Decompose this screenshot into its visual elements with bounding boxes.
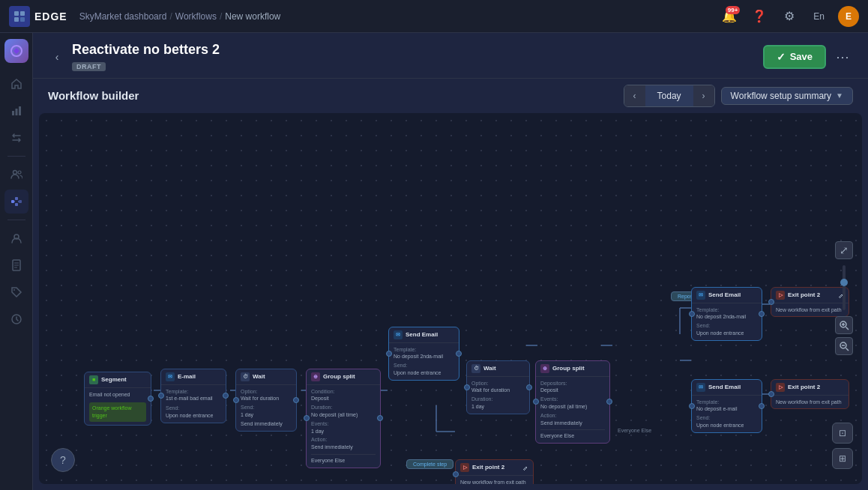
sidebar-item-analytics[interactable] <box>4 99 28 123</box>
sendemail4-right-connector <box>759 403 765 409</box>
language-selector[interactable]: En <box>809 10 829 23</box>
breadcrumb-item-1[interactable]: SkyMarket dashboard <box>79 11 167 22</box>
notifications-button[interactable]: 🔔 99+ <box>719 6 740 27</box>
svg-point-9 <box>18 171 21 174</box>
email1-node-title: E-mail <box>178 373 196 380</box>
sidebar-item-home[interactable] <box>4 72 28 96</box>
back-button[interactable]: ‹ <box>48 48 66 66</box>
groupsplit2-node[interactable]: ⊕ Group split Depositors: Deposit Events… <box>535 360 610 444</box>
more-options-button[interactable]: ⋯ <box>832 46 853 67</box>
svg-rect-7 <box>19 106 21 115</box>
groupsplit2-node-title: Group split <box>552 365 585 372</box>
groupsplit1-val-label: Duration: <box>311 404 376 411</box>
segment-trigger-label: Orange workflow trigger <box>89 402 146 422</box>
email1-left-connector <box>158 393 164 399</box>
exitpoint3-node[interactable]: ▷ Exit point 2 New workflow from exit pa… <box>455 459 534 484</box>
segment-node[interactable]: ■ Segment Email not opened Orange workfl… <box>84 372 151 426</box>
fit-view-button[interactable]: ⊡ <box>832 423 853 444</box>
page-header: ‹ Reactivate no betters 2 DRAFT ✓ Save ⋯ <box>33 33 868 79</box>
wait2-option-value: Wait for duration <box>471 387 525 394</box>
exitpoint2-node[interactable]: ▷ Exit point 2 New workflow from exit pa… <box>771 379 849 410</box>
workflow-canvas[interactable]: ■ Segment Email not opened Orange workfl… <box>39 113 862 484</box>
sendemail3-left-connector <box>689 311 695 317</box>
exitpoint3-text: New workflow from exit path <box>460 479 528 484</box>
sidebar-item-docs[interactable] <box>4 253 28 277</box>
save-button[interactable]: ✓ Save <box>763 45 826 69</box>
date-next-button[interactable]: › <box>693 85 714 106</box>
top-navigation: EDGE SkyMarket dashboard / Workflows / N… <box>0 0 868 33</box>
zoom-out-button[interactable] <box>835 337 853 355</box>
zoom-out-icon <box>839 341 849 351</box>
date-prev-button[interactable]: ‹ <box>624 85 645 106</box>
exitpoint3-left-connector <box>453 471 459 477</box>
wait1-send-value: Send immediately <box>241 420 292 428</box>
sendemail4-send-value: Upon node entrance <box>696 422 757 429</box>
email1-template-label: Template: <box>166 388 221 396</box>
breadcrumb-current: New workflow <box>225 11 280 22</box>
sidebar-item-workflow[interactable] <box>4 190 28 214</box>
page-title: Reactivate no betters 2 <box>72 42 763 58</box>
groupsplit1-cond-value: Deposit <box>311 395 376 402</box>
svg-line-48 <box>846 348 849 351</box>
groupsplit1-node[interactable]: ⊕ Group split Condition: Deposit Duratio… <box>306 369 381 468</box>
sidebar-item-team[interactable] <box>4 226 28 250</box>
sendemail3-send-value: Upon node entrance <box>696 330 757 337</box>
wait1-node[interactable]: ⏱ Wait Option: Wait for duration Send: 1… <box>235 369 297 432</box>
sidebar-item-users[interactable] <box>4 163 28 187</box>
email1-node[interactable]: ✉ E-mail Template: 1st e-mail bad email … <box>160 369 226 423</box>
svg-point-8 <box>13 171 16 175</box>
groupsplit1-dur-label: Events: <box>311 420 376 428</box>
minimap-button[interactable]: ⊞ <box>832 448 853 469</box>
groupsplit1-else-value: Everyone Else <box>311 454 376 465</box>
breadcrumb-sep-2: / <box>220 11 222 22</box>
wait1-duration-label: Send: <box>241 404 292 411</box>
help-button[interactable]: ❓ <box>749 6 770 27</box>
workflow-summary-button[interactable]: Workflow setup summary ▼ <box>721 87 853 105</box>
sendemail4-node-title: Send Email <box>708 384 741 390</box>
sidebar-item-history[interactable] <box>4 307 28 331</box>
svg-rect-2 <box>14 17 19 22</box>
sendemail4-tmpl-value: No deposit e-mail <box>696 405 757 413</box>
logo-text: EDGE <box>34 10 67 22</box>
zoom-slider[interactable] <box>835 265 853 310</box>
sendemail3-tmpl-value: No deposit 2nda-mail <box>696 313 757 321</box>
user-avatar[interactable]: E <box>838 6 859 27</box>
notification-badge: 99+ <box>726 6 741 14</box>
save-label: Save <box>790 51 813 62</box>
date-navigator: ‹ Today › <box>624 85 715 107</box>
sendemail4-tmpl-label: Template: <box>696 399 757 406</box>
everyone-else-label: Everyone Else <box>618 428 651 433</box>
svg-rect-13 <box>19 200 22 203</box>
helper-button[interactable]: ? <box>51 448 75 472</box>
zoom-in-button[interactable] <box>835 316 853 334</box>
date-label: Today <box>645 85 693 106</box>
sendemail3-tmpl-label: Template: <box>696 306 757 314</box>
sendemail4-node[interactable]: ✉ Send Email Template: No deposit e-mail… <box>691 379 762 433</box>
zoom-controls: ⤢ <box>835 241 853 355</box>
complete-step-badge: Complete step <box>406 459 453 469</box>
sendemail2-send-value: Upon node entrance <box>394 369 454 377</box>
sidebar-item-arrows[interactable] <box>4 126 28 150</box>
breadcrumb-item-2[interactable]: Workflows <box>175 11 217 22</box>
sendemail3-node[interactable]: ✉ Send Email Template: No deposit 2nda-m… <box>691 287 762 341</box>
sendemail4-node-icon: ✉ <box>696 383 705 392</box>
sendemail2-node[interactable]: ✉ Send Email Template: No deposit 2nda-m… <box>388 327 459 381</box>
sendemail3-node-title: Send Email <box>708 291 741 298</box>
wait1-right-connector <box>293 397 299 403</box>
groupsplit2-else-value: Everyone Else <box>540 429 605 440</box>
wait2-node[interactable]: ⏱ Wait Option: Wait for duration Duratio… <box>466 360 530 414</box>
toolbar-right: ‹ Today › Workflow setup summary ▼ <box>624 85 853 107</box>
segment-node-icon: ■ <box>89 375 98 384</box>
sendemail2-node-icon: ✉ <box>394 330 403 339</box>
wait2-node-icon: ⏱ <box>471 364 480 373</box>
sidebar-item-tags[interactable] <box>4 280 28 304</box>
wait1-node-icon: ⏱ <box>241 372 250 381</box>
groupsplit2-events-label: Events: <box>540 396 605 403</box>
groupsplit1-node-title: Group split <box>323 373 355 380</box>
expand-button[interactable]: ⤢ <box>835 241 853 259</box>
sidebar-divider-2 <box>7 220 25 220</box>
settings-button[interactable]: ⚙ <box>779 6 800 27</box>
sendemail2-send-label: Send: <box>394 362 454 369</box>
groupsplit1-node-icon: ⊕ <box>311 372 320 381</box>
exitpoint3-edit-icon <box>522 465 528 471</box>
